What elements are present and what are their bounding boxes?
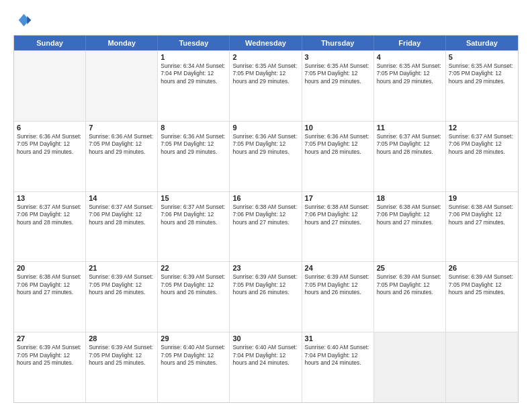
calendar-cell (86, 51, 158, 121)
day-number: 10 (305, 124, 371, 132)
day-number: 6 (17, 124, 83, 132)
day-number: 26 (449, 264, 515, 272)
calendar-header: SundayMondayTuesdayWednesdayThursdayFrid… (14, 36, 518, 50)
day-detail: Sunrise: 6:37 AM Sunset: 7:06 PM Dayligh… (17, 203, 83, 226)
day-number: 29 (161, 334, 226, 342)
calendar-cell: 26Sunrise: 6:39 AM Sunset: 7:05 PM Dayli… (446, 262, 518, 332)
day-number: 11 (377, 124, 443, 132)
day-detail: Sunrise: 6:39 AM Sunset: 7:05 PM Dayligh… (449, 273, 515, 296)
day-number: 27 (17, 334, 83, 342)
calendar-cell: 12Sunrise: 6:37 AM Sunset: 7:06 PM Dayli… (446, 122, 518, 191)
day-number: 16 (232, 194, 298, 202)
header-day-sunday: Sunday (14, 36, 86, 50)
day-detail: Sunrise: 6:38 AM Sunset: 7:06 PM Dayligh… (232, 203, 298, 226)
day-number: 28 (89, 334, 154, 342)
day-detail: Sunrise: 6:36 AM Sunset: 7:05 PM Dayligh… (232, 133, 298, 156)
day-detail: Sunrise: 6:36 AM Sunset: 7:05 PM Dayligh… (89, 133, 154, 156)
calendar-row-5: 27Sunrise: 6:39 AM Sunset: 7:05 PM Dayli… (14, 332, 518, 402)
day-detail: Sunrise: 6:37 AM Sunset: 7:06 PM Dayligh… (89, 203, 154, 226)
day-number: 20 (17, 264, 83, 272)
day-detail: Sunrise: 6:39 AM Sunset: 7:05 PM Dayligh… (232, 273, 298, 296)
calendar-cell: 31Sunrise: 6:40 AM Sunset: 7:04 PM Dayli… (302, 332, 374, 402)
calendar-row-2: 6Sunrise: 6:36 AM Sunset: 7:05 PM Daylig… (14, 121, 518, 191)
day-number: 3 (305, 53, 371, 61)
day-number: 7 (89, 124, 154, 132)
header-day-saturday: Saturday (446, 36, 518, 50)
day-number: 9 (232, 124, 298, 132)
calendar-cell: 19Sunrise: 6:38 AM Sunset: 7:06 PM Dayli… (446, 192, 518, 262)
day-detail: Sunrise: 6:40 AM Sunset: 7:04 PM Dayligh… (232, 344, 298, 367)
day-number: 14 (89, 194, 154, 202)
calendar-row-3: 13Sunrise: 6:37 AM Sunset: 7:06 PM Dayli… (14, 191, 518, 262)
calendar-cell: 22Sunrise: 6:39 AM Sunset: 7:05 PM Dayli… (158, 262, 230, 332)
day-number: 5 (449, 53, 515, 61)
day-number: 8 (161, 124, 226, 132)
day-detail: Sunrise: 6:37 AM Sunset: 7:06 PM Dayligh… (161, 203, 226, 226)
logo (13, 11, 35, 30)
day-detail: Sunrise: 6:35 AM Sunset: 7:05 PM Dayligh… (232, 62, 298, 85)
day-detail: Sunrise: 6:39 AM Sunset: 7:05 PM Dayligh… (89, 344, 154, 367)
day-detail: Sunrise: 6:40 AM Sunset: 7:05 PM Dayligh… (161, 344, 226, 367)
calendar-cell: 1Sunrise: 6:34 AM Sunset: 7:04 PM Daylig… (158, 51, 230, 121)
calendar-cell: 16Sunrise: 6:38 AM Sunset: 7:06 PM Dayli… (230, 192, 302, 262)
day-number: 30 (232, 334, 298, 342)
day-detail: Sunrise: 6:39 AM Sunset: 7:05 PM Dayligh… (17, 344, 83, 367)
calendar-cell: 29Sunrise: 6:40 AM Sunset: 7:05 PM Dayli… (158, 332, 230, 402)
day-detail: Sunrise: 6:40 AM Sunset: 7:04 PM Dayligh… (305, 344, 371, 367)
calendar-cell: 5Sunrise: 6:35 AM Sunset: 7:05 PM Daylig… (446, 51, 518, 121)
day-detail: Sunrise: 6:35 AM Sunset: 7:05 PM Dayligh… (305, 62, 371, 85)
day-detail: Sunrise: 6:39 AM Sunset: 7:05 PM Dayligh… (161, 273, 226, 296)
day-number: 1 (161, 53, 226, 61)
day-detail: Sunrise: 6:35 AM Sunset: 7:05 PM Dayligh… (449, 62, 515, 85)
calendar-cell: 6Sunrise: 6:36 AM Sunset: 7:05 PM Daylig… (14, 122, 86, 191)
day-number: 21 (89, 264, 154, 272)
calendar-cell: 13Sunrise: 6:37 AM Sunset: 7:06 PM Dayli… (14, 192, 86, 262)
day-detail: Sunrise: 6:34 AM Sunset: 7:04 PM Dayligh… (161, 62, 226, 85)
page: SundayMondayTuesdayWednesdayThursdayFrid… (0, 0, 532, 411)
calendar-cell: 11Sunrise: 6:37 AM Sunset: 7:05 PM Dayli… (374, 122, 446, 191)
day-number: 17 (305, 194, 371, 202)
header-day-friday: Friday (374, 36, 446, 50)
day-number: 25 (377, 264, 443, 272)
calendar-cell (446, 332, 518, 402)
calendar-cell: 20Sunrise: 6:38 AM Sunset: 7:06 PM Dayli… (14, 262, 86, 332)
day-detail: Sunrise: 6:39 AM Sunset: 7:05 PM Dayligh… (89, 273, 154, 296)
day-detail: Sunrise: 6:36 AM Sunset: 7:05 PM Dayligh… (17, 133, 83, 156)
day-number: 22 (161, 264, 226, 272)
calendar-cell: 7Sunrise: 6:36 AM Sunset: 7:05 PM Daylig… (86, 122, 158, 191)
day-detail: Sunrise: 6:38 AM Sunset: 7:06 PM Dayligh… (449, 203, 515, 226)
header (13, 11, 519, 30)
day-number: 13 (17, 194, 83, 202)
day-number: 31 (305, 334, 371, 342)
day-number: 18 (377, 194, 443, 202)
calendar: SundayMondayTuesdayWednesdayThursdayFrid… (13, 35, 519, 403)
calendar-cell: 9Sunrise: 6:36 AM Sunset: 7:05 PM Daylig… (230, 122, 302, 191)
day-detail: Sunrise: 6:36 AM Sunset: 7:05 PM Dayligh… (161, 133, 226, 156)
calendar-cell: 17Sunrise: 6:38 AM Sunset: 7:06 PM Dayli… (302, 192, 374, 262)
day-number: 2 (232, 53, 298, 61)
day-number: 23 (232, 264, 298, 272)
calendar-cell: 25Sunrise: 6:39 AM Sunset: 7:05 PM Dayli… (374, 262, 446, 332)
calendar-cell: 2Sunrise: 6:35 AM Sunset: 7:05 PM Daylig… (230, 51, 302, 121)
header-day-thursday: Thursday (302, 36, 374, 50)
day-detail: Sunrise: 6:37 AM Sunset: 7:05 PM Dayligh… (377, 133, 443, 156)
calendar-cell: 8Sunrise: 6:36 AM Sunset: 7:05 PM Daylig… (158, 122, 230, 191)
calendar-cell: 15Sunrise: 6:37 AM Sunset: 7:06 PM Dayli… (158, 192, 230, 262)
day-detail: Sunrise: 6:39 AM Sunset: 7:05 PM Dayligh… (377, 273, 443, 296)
calendar-cell: 14Sunrise: 6:37 AM Sunset: 7:06 PM Dayli… (86, 192, 158, 262)
day-detail: Sunrise: 6:37 AM Sunset: 7:06 PM Dayligh… (449, 133, 515, 156)
calendar-cell: 18Sunrise: 6:38 AM Sunset: 7:06 PM Dayli… (374, 192, 446, 262)
day-number: 24 (305, 264, 371, 272)
header-day-wednesday: Wednesday (230, 36, 302, 50)
calendar-cell: 28Sunrise: 6:39 AM Sunset: 7:05 PM Dayli… (86, 332, 158, 402)
day-number: 19 (449, 194, 515, 202)
calendar-cell: 10Sunrise: 6:36 AM Sunset: 7:05 PM Dayli… (302, 122, 374, 191)
day-number: 12 (449, 124, 515, 132)
day-detail: Sunrise: 6:35 AM Sunset: 7:05 PM Dayligh… (377, 62, 443, 85)
day-detail: Sunrise: 6:38 AM Sunset: 7:06 PM Dayligh… (17, 273, 83, 296)
calendar-cell: 21Sunrise: 6:39 AM Sunset: 7:05 PM Dayli… (86, 262, 158, 332)
logo-icon (13, 11, 32, 30)
header-day-tuesday: Tuesday (158, 36, 230, 50)
day-number: 4 (377, 53, 443, 61)
calendar-cell: 30Sunrise: 6:40 AM Sunset: 7:04 PM Dayli… (230, 332, 302, 402)
